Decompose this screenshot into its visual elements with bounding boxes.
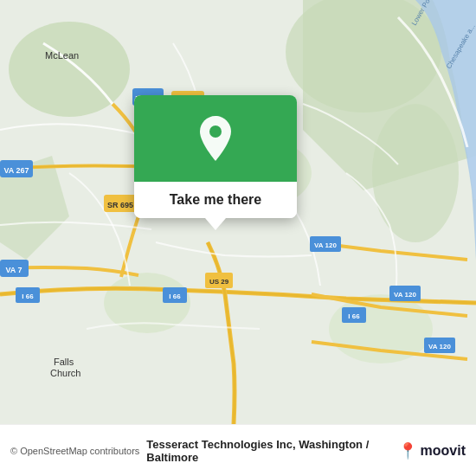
svg-text:VA 120: VA 120 — [428, 343, 451, 351]
popup-map-area — [134, 95, 297, 182]
svg-text:I 66: I 66 — [169, 293, 181, 300]
svg-text:SR 695: SR 695 — [107, 201, 133, 209]
take-me-there-button[interactable]: Take me there — [170, 192, 261, 208]
place-title: Tesseract Technologies Inc, Washington /… — [146, 438, 390, 464]
svg-point-38 — [209, 125, 222, 138]
svg-text:US 29: US 29 — [209, 278, 229, 286]
map-bottom-separator — [0, 424, 476, 425]
svg-text:VA 267: VA 267 — [3, 166, 29, 175]
svg-text:Church: Church — [50, 368, 80, 378]
svg-text:I 66: I 66 — [22, 293, 34, 300]
navigation-popup: Take me there — [134, 95, 297, 218]
svg-text:VA 120: VA 120 — [314, 241, 337, 249]
popup-label-area: Take me there — [134, 182, 297, 218]
svg-text:McLean: McLean — [45, 50, 79, 61]
svg-text:I 66: I 66 — [348, 312, 360, 320]
moovit-brand-text: moovit — [421, 443, 466, 459]
moovit-logo: 📍 moovit — [398, 441, 466, 460]
map-container: McLean SR 695 VA 309 SR 695 VA 267 VA 7 … — [0, 0, 476, 424]
svg-text:VA 7: VA 7 — [5, 266, 22, 274]
location-pin-icon — [195, 114, 236, 163]
bottom-bar: © OpenStreetMap contributors Tesseract T… — [0, 424, 476, 476]
copyright-text: © OpenStreetMap contributors — [10, 446, 139, 456]
popup-tail — [205, 218, 226, 230]
svg-text:VA 120: VA 120 — [394, 291, 416, 299]
svg-text:Falls: Falls — [54, 357, 74, 367]
moovit-pin-icon: 📍 — [398, 441, 417, 460]
